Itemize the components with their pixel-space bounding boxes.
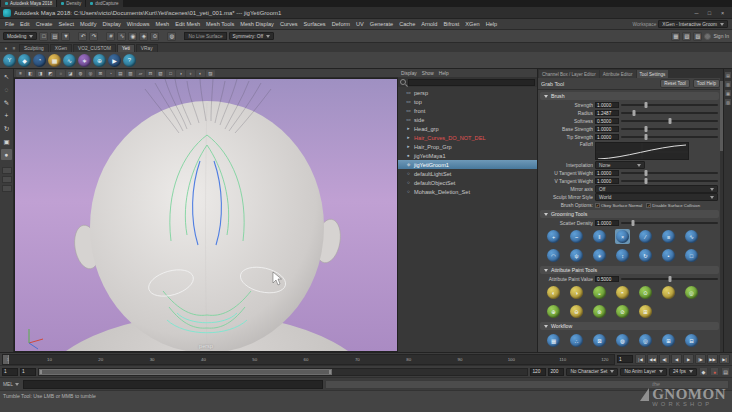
menu-item[interactable]: File	[2, 21, 17, 27]
snap-curve-icon[interactable]: ∿	[117, 32, 126, 41]
slider-track[interactable]	[621, 222, 718, 224]
slider-handle[interactable]	[668, 118, 671, 124]
paint-scale-icon[interactable]: ⊞	[638, 304, 653, 319]
convert-groom-icon[interactable]: ⊠	[592, 333, 607, 348]
multisample-icon[interactable]: ⊞	[96, 70, 105, 77]
fps-dropdown[interactable]: 24 fps	[669, 368, 697, 376]
slider-value-field[interactable]: 1.0000	[595, 170, 619, 176]
slider-handle[interactable]	[632, 110, 635, 116]
menu-item[interactable]: Mesh Tools	[203, 21, 237, 27]
paint-region-icon[interactable]: ⊕	[546, 304, 561, 319]
anim-preferences-icon[interactable]: ▤	[721, 367, 730, 376]
range-slider[interactable]	[38, 368, 528, 376]
sidebar-tab[interactable]: Attribute Editor	[600, 70, 636, 78]
anim-layer-dropdown[interactable]: No Anim Layer	[620, 368, 666, 376]
move-tool-icon[interactable]: +	[1, 110, 12, 121]
new-scene-icon[interactable]: □	[39, 32, 48, 41]
command-language-toggle[interactable]: MEL	[1, 382, 23, 387]
animation-start-field[interactable]: 1	[2, 368, 18, 376]
menu-item[interactable]: Help	[483, 21, 501, 27]
outliner-item[interactable]: ○ defaultObjectSet	[398, 178, 537, 187]
slider-handle[interactable]	[645, 102, 648, 108]
modeling-toolkit-tab-icon[interactable]: ▧	[725, 99, 731, 105]
camera-attributes-icon[interactable]: ⌖	[186, 70, 195, 77]
step-forward-key-button[interactable]: ▶▶	[707, 354, 718, 364]
paint-width-icon[interactable]: ◒	[592, 285, 607, 300]
yeti-curves-icon[interactable]: ∿	[63, 54, 76, 67]
yeti-node-icon[interactable]: Y	[3, 54, 16, 67]
panel-scrollbar[interactable]	[720, 78, 723, 352]
xray-icon[interactable]: ▨	[206, 70, 215, 77]
auto-key-icon[interactable]: ●	[710, 367, 719, 376]
sculpt-mirror-dropdown[interactable]: World	[595, 193, 718, 201]
outliner-item[interactable]: ○ Mohawk_Deletion_Set	[398, 187, 537, 196]
attach-groom-icon[interactable]: ∴	[569, 333, 584, 348]
shelf-tab[interactable]: Sculpting	[19, 44, 49, 52]
slider-track[interactable]	[621, 180, 718, 182]
slider-handle[interactable]	[645, 170, 648, 176]
slider-track[interactable]	[621, 128, 718, 130]
snap-grid-icon[interactable]: #	[106, 32, 115, 41]
symmetry-dropdown[interactable]: Symmetry: Off	[229, 32, 275, 40]
last-tool-icon[interactable]: ●	[1, 149, 12, 160]
noise-tool-icon[interactable]: ∿	[684, 229, 699, 244]
save-scene-icon[interactable]: ▼	[61, 32, 70, 41]
default-lighting-icon[interactable]: ◔	[106, 70, 115, 77]
safe-action-icon[interactable]: □	[166, 70, 175, 77]
four-pane-layout-button[interactable]	[2, 176, 12, 183]
slider-handle[interactable]	[668, 276, 671, 282]
outliner-menu-item[interactable]: Show	[422, 71, 434, 76]
scale-tool-icon[interactable]: ▣	[1, 136, 12, 147]
grab-tool-icon[interactable]: ×	[615, 229, 630, 244]
redo-icon[interactable]: ↷	[89, 32, 98, 41]
menu-item[interactable]: XGen	[462, 21, 482, 27]
mirror-groom-icon[interactable]: ◎	[638, 333, 653, 348]
outliner-search-input[interactable]	[408, 79, 535, 86]
slider-handle[interactable]	[645, 126, 648, 132]
slider-handle[interactable]	[645, 134, 648, 140]
menu-item[interactable]: Generate	[367, 21, 396, 27]
resolution-gate-icon[interactable]: ▱	[136, 70, 145, 77]
clump-tool-icon[interactable]: ∗	[592, 248, 607, 263]
field-chart-icon[interactable]: ▧	[156, 70, 165, 77]
outliner-item[interactable]: ▭ front	[398, 106, 537, 115]
reset-tool-button[interactable]: Reset Tool	[660, 79, 690, 88]
sidebar-tab[interactable]: Channel Box / Layer Editor	[539, 70, 599, 78]
slider-value-field[interactable]: 1.0000	[595, 102, 619, 108]
undo-icon[interactable]: ↶	[78, 32, 87, 41]
part-tool-icon[interactable]: ψ	[569, 248, 584, 263]
command-line-input[interactable]	[23, 380, 323, 389]
menu-item[interactable]: UV	[353, 21, 367, 27]
yeti-texture-icon[interactable]: ▦	[48, 54, 61, 67]
two-pane-layout-button[interactable]	[2, 185, 12, 192]
shelf-tab[interactable]: VRay	[136, 44, 158, 52]
falloff-curve-widget[interactable]	[595, 142, 689, 160]
select-region-tool-icon[interactable]: □	[684, 248, 699, 263]
twist-tool-icon[interactable]: ↻	[638, 248, 653, 263]
playback-range-bar[interactable]	[39, 369, 332, 375]
play-backwards-button[interactable]: ◀	[671, 354, 682, 364]
step-back-key-button[interactable]: ◀◀	[647, 354, 658, 364]
attribute-paint-value-field[interactable]: 0.5000	[595, 276, 619, 282]
ipr-render-icon[interactable]: ▨	[682, 32, 691, 41]
viewport-3d-view[interactable]: persp	[14, 78, 398, 352]
rotate-tool-icon[interactable]: ↻	[1, 123, 12, 134]
menu-item[interactable]: Bifrost	[440, 21, 462, 27]
paint-mask-icon[interactable]: ◓	[615, 285, 630, 300]
attribute-paint-section-header[interactable]: Attribute Paint Tools	[540, 266, 719, 274]
cut-tool-icon[interactable]: ⁄	[638, 229, 653, 244]
place-guides-tool-icon[interactable]: +	[546, 229, 561, 244]
go-to-end-button[interactable]: ▶|	[719, 354, 730, 364]
comb-tool-icon[interactable]: ~	[569, 229, 584, 244]
outliner-item[interactable]: ◆ jigYetiGroom1	[398, 160, 537, 169]
workflow-section-header[interactable]: Workflow	[540, 322, 719, 330]
workspace-dropdown[interactable]: XGen - Interactive Groom	[658, 20, 728, 28]
play-forwards-button[interactable]: ▶	[683, 354, 694, 364]
shelf-tab[interactable]: Yeti	[117, 44, 135, 52]
length-tool-icon[interactable]: ‖	[592, 229, 607, 244]
outliner-menu-item[interactable]: Help	[439, 71, 449, 76]
tool-settings-tab-icon[interactable]: ▦	[725, 90, 731, 96]
width-tool-icon[interactable]: ↕	[615, 248, 630, 263]
slider-track[interactable]	[621, 104, 718, 106]
shelf-tab[interactable]: VO2_CUSTOM	[73, 44, 116, 52]
